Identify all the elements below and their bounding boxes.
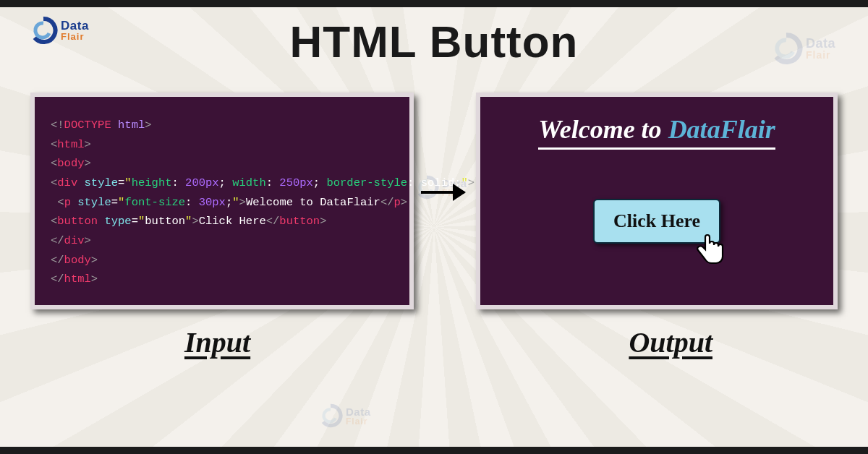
page-border-bottom <box>0 447 868 454</box>
page-border-top <box>0 0 868 7</box>
output-heading-prefix: Welcome to <box>538 115 668 144</box>
arrow-right-icon <box>421 191 464 194</box>
cursor-hand-icon <box>694 232 726 270</box>
input-caption: Input <box>184 325 250 359</box>
page-title: HTML Button <box>0 16 868 67</box>
input-code-panel: <!DOCTYPE html> <html> <body> <div style… <box>30 93 414 309</box>
output-heading-brand: DataFlair <box>668 115 775 144</box>
output-heading: Welcome to DataFlair <box>538 114 775 150</box>
brand-watermark-icon: DataFlair <box>318 403 371 428</box>
output-caption: Output <box>629 325 712 359</box>
output-preview-panel: Welcome to DataFlair Click Here <box>476 93 838 309</box>
code-block: <!DOCTYPE html> <html> <body> <div style… <box>51 116 395 289</box>
